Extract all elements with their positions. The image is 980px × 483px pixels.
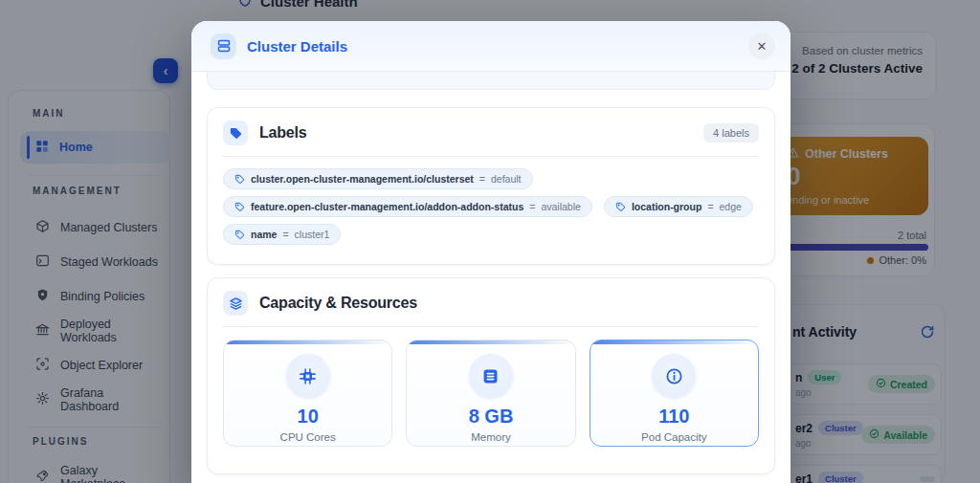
capacity-resources-section: Capacity & Resources 10 CPU Cores [207, 277, 775, 474]
label-key: cluster.open-cluster-management.io/clust… [251, 173, 474, 185]
info-icon [652, 354, 696, 398]
close-icon[interactable]: ✕ [748, 33, 775, 59]
labels-section: Labels 4 labels cluster.open-cluster-man… [207, 107, 775, 265]
stat-card-pod-capacity[interactable]: 110 Pod Capacity [590, 340, 759, 447]
divider [223, 326, 759, 327]
labels-count-badge: 4 labels [703, 123, 759, 143]
label-chip: feature.open-cluster-management.io/addon… [223, 196, 592, 217]
label-value: edge [720, 201, 742, 212]
cpu-icon [286, 354, 330, 398]
label-chip: location-group = edge [604, 196, 753, 217]
modal-title: Cluster Details [247, 38, 347, 55]
screen: Cluster Health ‹ MAIN Home MANAGEMENT Ma… [0, 0, 980, 483]
label-key: feature.open-cluster-management.io/addon… [251, 201, 523, 212]
label-key: location-group [632, 201, 702, 212]
label-chip: cluster.open-cluster-management.io/clust… [223, 168, 533, 189]
stat-card-memory[interactable]: 8 GB Memory [406, 340, 575, 447]
label-value: cluster1 [295, 229, 330, 240]
divider [223, 156, 759, 157]
capacity-title: Capacity & Resources [259, 295, 417, 312]
tag-icon [223, 121, 248, 145]
modal-body: Labels 4 labels cluster.open-cluster-man… [191, 72, 791, 483]
stat-label: Pod Capacity [641, 431, 706, 443]
label-value: available [541, 201, 580, 212]
server-icon [211, 33, 236, 59]
memory-icon [469, 354, 513, 398]
label-chip: name = cluster1 [223, 224, 341, 245]
layers-icon [223, 291, 248, 316]
stat-value: 110 [658, 406, 689, 428]
modal-header: Cluster Details ✕ [191, 21, 791, 72]
stat-label: Memory [471, 431, 511, 443]
label-key: name [251, 229, 277, 240]
stat-card-cpu[interactable]: 10 CPU Cores [223, 340, 392, 447]
stat-value: 10 [298, 406, 319, 428]
stat-label: CPU Cores [280, 431, 336, 443]
labels-title: Labels [259, 124, 307, 142]
scrolled-card-remnant [207, 72, 775, 90]
stat-value: 8 GB [469, 406, 514, 428]
cluster-details-modal: Cluster Details ✕ Labels 4 labels [191, 21, 791, 483]
label-value: default [491, 173, 522, 185]
